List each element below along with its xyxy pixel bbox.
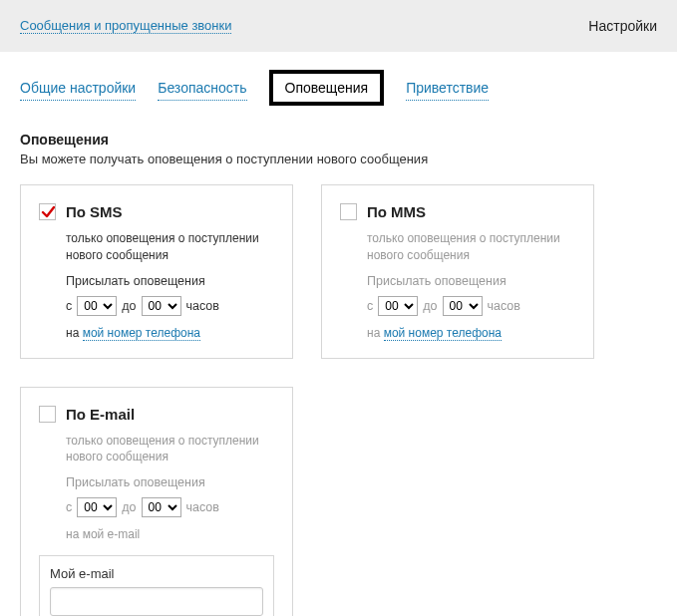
checkbox-mms[interactable] xyxy=(340,203,357,220)
mms-time-start[interactable]: 00 xyxy=(378,296,418,316)
content-area: Оповещения Вы можете получать оповещения… xyxy=(0,132,677,616)
card-email: По E-mail только оповещения о поступлени… xyxy=(20,387,293,616)
tab-notifications[interactable]: Оповещения xyxy=(269,70,385,106)
from-label: с xyxy=(367,299,373,313)
my-number-link[interactable]: мой номер телефона xyxy=(83,326,200,341)
tabs-bar: Общие настройки Безопасность Оповещения … xyxy=(0,52,677,120)
section-desc: Вы можете получать оповещения о поступле… xyxy=(20,152,657,166)
section-title: Оповещения xyxy=(20,132,657,148)
checkbox-email[interactable] xyxy=(39,406,56,423)
my-number-link[interactable]: мой номер телефона xyxy=(384,326,502,341)
card-mms-title: По MMS xyxy=(367,203,426,220)
card-mms: По MMS только оповещения о поступлении н… xyxy=(321,184,594,359)
card-email-send-label: Присылать оповещения xyxy=(66,475,274,489)
card-email-title: По E-mail xyxy=(66,406,135,423)
email-time-end[interactable]: 00 xyxy=(142,497,181,517)
to-my-prefix: на мой xyxy=(66,527,104,541)
check-icon xyxy=(41,205,55,219)
page-title: Настройки xyxy=(588,18,657,34)
tab-security[interactable]: Безопасность xyxy=(158,76,246,101)
sms-time-start[interactable]: 00 xyxy=(77,296,117,316)
mms-time-end[interactable]: 00 xyxy=(443,296,483,316)
email-time-start[interactable]: 00 xyxy=(77,497,117,517)
from-label: с xyxy=(66,299,72,313)
card-sms: По SMS только оповещения о поступлении н… xyxy=(20,184,293,359)
tab-general[interactable]: Общие настройки xyxy=(20,76,136,101)
topbar: Сообщения и пропущенные звонки Настройки xyxy=(0,0,677,52)
card-email-note: только оповещения о поступлении нового с… xyxy=(66,433,274,466)
hours-label: часов xyxy=(186,500,219,514)
email-word: e-mail xyxy=(108,527,141,541)
to-label: до xyxy=(122,299,136,313)
breadcrumb-link[interactable]: Сообщения и пропущенные звонки xyxy=(20,18,231,34)
card-mms-note: только оповещения о поступлении нового с… xyxy=(367,230,575,264)
to-label: до xyxy=(122,500,136,514)
card-mms-send-label: Присылать оповещения xyxy=(367,274,575,288)
sms-time-end[interactable]: 00 xyxy=(142,296,181,316)
card-sms-title: По SMS xyxy=(66,203,123,220)
to-number-prefix: на xyxy=(367,326,380,340)
card-sms-send-label: Присылать оповещения xyxy=(66,274,274,288)
checkbox-sms[interactable] xyxy=(39,203,56,220)
tab-greeting[interactable]: Приветствие xyxy=(406,76,489,101)
from-label: с xyxy=(66,500,72,514)
to-label: до xyxy=(423,299,437,313)
email-field-wrap: Мой e-mail xyxy=(39,555,274,616)
email-field-label: Мой e-mail xyxy=(50,566,263,581)
card-sms-note: только оповещения о поступлении нового с… xyxy=(66,230,274,264)
to-number-prefix: на xyxy=(66,326,79,340)
hours-label: часов xyxy=(488,299,520,313)
hours-label: часов xyxy=(186,299,219,313)
email-input[interactable] xyxy=(50,587,263,616)
